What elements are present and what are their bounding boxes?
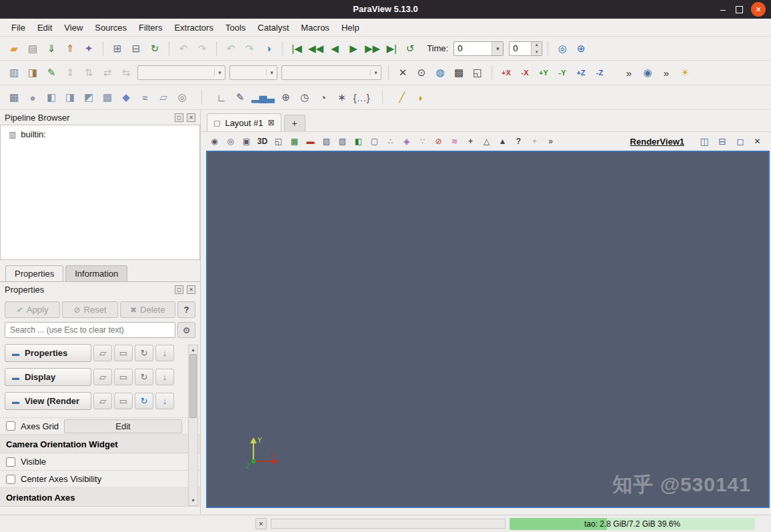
close-view-button[interactable]: ✕ [750,135,765,149]
clear-selection-icon[interactable]: ⊘ [431,134,446,149]
reset-center-icon[interactable]: ▲ [495,134,510,149]
rescale-data-range-icon[interactable]: ⇕ [61,64,79,81]
paste-properties-icon[interactable]: ▭ [114,345,133,361]
view-minus-z-button[interactable]: -Z [591,64,608,81]
split-vertical-button[interactable]: ⊟ [714,135,731,149]
menu-extractors[interactable]: Extractors [168,20,219,35]
slice-icon[interactable]: ◨ [61,89,79,106]
apply-button[interactable]: ✔ Apply [5,301,60,318]
zoom-to-data-icon[interactable]: ▩ [450,64,468,81]
save-extracts-icon[interactable]: ✦ [80,40,97,57]
properties-scrollbar[interactable]: ▴ ▾ [188,345,198,506]
rescale-custom-range-icon[interactable]: ⇅ [80,64,97,81]
grow-selection-icon[interactable]: + [463,134,478,149]
temporal-statistics-icon[interactable]: ◔ [315,89,332,106]
copy-view-icon[interactable]: ▱ [93,393,112,409]
maximize-button[interactable] [736,6,743,13]
threshold-icon[interactable]: ◩ [80,89,97,106]
axes-grid-checkbox[interactable] [6,421,15,431]
capture-screenshot-icon[interactable]: ▣ [239,134,254,149]
select-cells-through-icon[interactable]: ▨ [319,134,334,149]
extract-subset-icon[interactable]: ▩ [99,89,116,106]
time-value-input[interactable] [454,43,492,53]
contour-icon[interactable]: ● [24,89,41,106]
ruler-icon[interactable]: ╱ [394,89,411,106]
select-cells-on-icon[interactable]: ▦ [287,134,302,149]
help-button[interactable]: ? [177,301,195,318]
paste-display-icon[interactable]: ▭ [114,369,133,385]
stream-tracer-icon[interactable]: ≈ [136,89,153,106]
copy-properties-icon[interactable]: ▱ [93,345,112,361]
abort-button[interactable]: ✕ [255,518,267,529]
reset-camera-icon[interactable]: ✕ [394,64,412,81]
tab-properties[interactable]: Properties [5,265,63,281]
float-panel-icon[interactable]: ◻ [175,285,183,294]
group-datasets-icon[interactable]: ◎ [173,89,191,106]
section-view-button[interactable]: ▬ View (Render [5,392,91,410]
load-state-icon[interactable]: ⇑ [61,40,79,57]
axes-grid-edit-button[interactable]: Edit [64,419,182,433]
layout-tab-1[interactable]: ▢ Layout #1 ⊠ [207,113,281,131]
camera-undo-icon[interactable]: ↶ [222,40,239,57]
protractor-icon[interactable]: ◗ [412,89,430,106]
camera-orientation-widget-icon[interactable]: ◉ [639,64,656,81]
choose-preset-icon[interactable]: ◨ [24,64,41,81]
maximize-view-button[interactable]: ◻ [732,135,749,149]
float-panel-icon[interactable]: ◻ [175,113,183,122]
gear-icon[interactable]: ⚙ [177,322,195,338]
view-plus-y-button[interactable]: +Y [535,64,552,81]
render-viewport[interactable]: Y x Z 知乎 @530141 [206,151,770,508]
view-toolbar-overflow-icon[interactable]: » [543,134,558,149]
redo-icon[interactable]: ↷ [193,40,211,57]
save-display-icon[interactable]: ↓ [155,369,174,385]
scroll-up-icon[interactable]: ▴ [191,346,194,354]
menu-sources[interactable]: Sources [89,20,133,35]
warp-by-vector-icon[interactable]: ▱ [155,89,172,106]
menu-edit[interactable]: Edit [31,20,58,35]
step-down-icon[interactable]: ▾ [532,49,542,56]
delete-button[interactable]: ✖ Delete [120,301,175,318]
close-layout-tab-icon[interactable]: ⊠ [268,118,275,127]
menu-view[interactable]: View [58,20,89,35]
toolbar-overflow-icon[interactable]: » [620,64,638,81]
camera-redo-icon[interactable]: ↷ [241,40,258,57]
zoom-to-box-select-icon[interactable]: ◱ [271,134,286,149]
menu-filters[interactable]: Filters [133,20,168,35]
rescale-visible-range-icon[interactable]: ⇄ [99,64,116,81]
chevron-down-icon[interactable]: ▾ [370,69,381,76]
interactive-select-cells-icon[interactable]: ▢ [367,134,382,149]
copy-display-icon[interactable]: ▱ [93,369,112,385]
play-icon[interactable]: ▶ [345,40,362,57]
histogram-icon[interactable]: ▂▅▃ [250,89,276,106]
search-input[interactable] [5,322,175,338]
clip-icon[interactable]: ◧ [43,89,60,106]
zoom-to-box-icon[interactable]: ◱ [469,64,486,81]
view-plus-x-button[interactable]: +X [498,64,515,81]
close-panel-icon[interactable]: ✕ [187,285,195,294]
previous-frame-icon[interactable]: ◀◀ [307,40,325,57]
menu-tools[interactable]: Tools [219,20,251,35]
time-dropdown-icon[interactable]: ▾ [492,41,503,56]
server-disconnect-icon[interactable]: ⊟ [127,40,145,57]
view-plus-z-button[interactable]: +Z [572,64,590,81]
menu-file[interactable]: File [5,20,31,35]
center-axes-checkbox[interactable] [6,475,15,484]
close-window-button[interactable]: ✕ [751,2,766,17]
select-points-through-icon[interactable]: ▧ [335,134,350,149]
section-display-button[interactable]: ▬ Display [5,368,91,386]
tensor-glyph-icon[interactable]: ∗ [333,89,351,106]
interaction-mode-3d-button[interactable]: 3D [255,134,270,149]
zoom-search-icon[interactable]: ⊕ [572,40,590,57]
select-block-icon[interactable]: ◧ [351,134,366,149]
save-view-icon[interactable]: ↓ [155,393,174,409]
server-connect-icon[interactable]: ⊞ [109,40,126,57]
scroll-down-icon[interactable]: ▾ [191,497,194,505]
menu-catalyst[interactable]: Catalyst [251,20,295,35]
component-combo[interactable]: ▾ [229,65,277,80]
hover-points-icon[interactable]: ∵ [415,134,430,149]
whats-this-icon[interactable]: ? [511,134,526,149]
representation-combo[interactable]: ▾ [281,65,381,80]
close-panel-icon[interactable]: ✕ [187,113,195,122]
chevron-down-icon[interactable]: ▾ [214,69,225,76]
rescale-temporal-range-icon[interactable]: ⇆ [117,64,135,81]
